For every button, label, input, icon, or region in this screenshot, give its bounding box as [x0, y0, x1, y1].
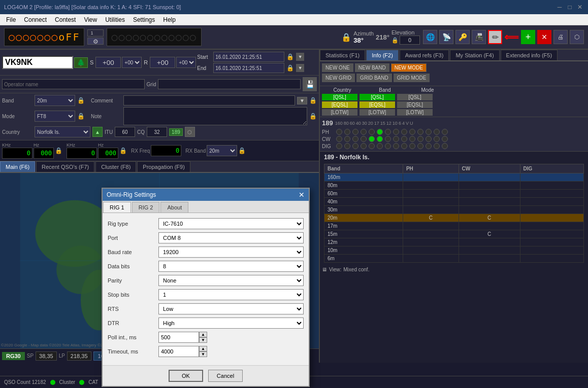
- callsign-input[interactable]: [2, 56, 73, 69]
- operator-input[interactable]: [2, 79, 145, 89]
- dialog-tab-rig2[interactable]: RIG 2: [132, 202, 160, 213]
- freq-khz2[interactable]: [67, 148, 97, 159]
- parity-label: Parity: [108, 277, 158, 284]
- band-select[interactable]: 20m: [35, 95, 75, 106]
- menu-help[interactable]: Help: [159, 15, 180, 24]
- antenna-icon-btn[interactable]: 📡: [439, 30, 453, 44]
- grid-mode-btn[interactable]: GRID MODE: [394, 74, 430, 82]
- s-spinbox[interactable]: [95, 57, 121, 68]
- grid-band-btn[interactable]: GRID BAND: [356, 74, 392, 82]
- menu-view[interactable]: View: [80, 15, 101, 24]
- plus-green-btn[interactable]: +: [521, 30, 535, 44]
- menu-connect[interactable]: Connect: [20, 15, 51, 24]
- rig-type-select[interactable]: IC-7610: [158, 218, 304, 229]
- table-row[interactable]: 160m: [324, 173, 584, 182]
- dialog-ok-btn[interactable]: OK: [169, 370, 203, 382]
- country-more-btn[interactable]: ⬡: [185, 127, 195, 137]
- freq-hz2[interactable]: [98, 148, 118, 159]
- s-dropdown[interactable]: +00: [122, 57, 142, 68]
- freq-hz1[interactable]: [34, 148, 54, 159]
- menu-contest[interactable]: Contest: [51, 15, 80, 24]
- maximize-button[interactable]: □: [566, 3, 574, 11]
- table-row[interactable]: 10m: [324, 246, 584, 255]
- start-datetime[interactable]: [213, 52, 284, 62]
- grid-input[interactable]: [158, 79, 301, 89]
- poll-int-up[interactable]: ▲: [199, 332, 207, 337]
- stop-bits-select[interactable]: 1: [158, 289, 304, 300]
- poll-int-input[interactable]: [158, 332, 199, 343]
- tab-award-refs[interactable]: Award refs (F3): [400, 50, 449, 60]
- tab-my-station[interactable]: My Station (F4): [450, 50, 499, 60]
- parity-select[interactable]: None: [158, 275, 304, 286]
- elevation-input[interactable]: [400, 36, 420, 45]
- table-row[interactable]: 17m: [324, 222, 584, 230]
- tab-extended-info[interactable]: Extended info (F5): [501, 50, 558, 60]
- mode-select[interactable]: FT8: [35, 111, 75, 122]
- key-icon-btn[interactable]: 🔑: [455, 30, 470, 44]
- table-row[interactable]: 30m: [324, 206, 584, 214]
- end-datetime[interactable]: [213, 63, 284, 73]
- new-mode-btn[interactable]: NEW MODE: [391, 63, 427, 72]
- note-textarea[interactable]: [123, 107, 307, 125]
- tab-recent-qsos[interactable]: Recent QSO's (F7): [36, 161, 94, 172]
- menu-settings[interactable]: Settings: [129, 15, 159, 24]
- r-dropdown[interactable]: +00: [176, 57, 196, 68]
- dialog-tab-about[interactable]: About: [160, 202, 188, 213]
- menu-utilities[interactable]: Utilities: [101, 15, 129, 24]
- table-row[interactable]: 12m: [324, 238, 584, 246]
- globe-icon-btn[interactable]: 🌐: [423, 30, 437, 44]
- dtr-select[interactable]: High: [158, 318, 304, 329]
- table-row[interactable]: 15m C: [324, 230, 584, 238]
- tab-cluster[interactable]: Cluster (F8): [95, 161, 136, 172]
- comment-dropdown-btn[interactable]: ▼: [297, 97, 307, 104]
- end-btn[interactable]: ▼: [296, 64, 304, 72]
- table-row[interactable]: 20m C C: [324, 214, 584, 222]
- freq-khz1[interactable]: [2, 148, 32, 159]
- table-row[interactable]: 60m: [324, 190, 584, 198]
- spinner-input[interactable]: [87, 29, 104, 37]
- new-band-btn[interactable]: NEW BAND: [355, 63, 389, 72]
- fax-icon-btn[interactable]: 📠: [472, 30, 486, 44]
- tab-main[interactable]: Main (F6): [0, 161, 35, 172]
- timeout-up[interactable]: ▲: [199, 346, 207, 351]
- print-btn[interactable]: 🖨: [553, 30, 568, 44]
- table-row[interactable]: 80m: [324, 182, 584, 190]
- baud-rate-select[interactable]: 19200: [158, 246, 304, 258]
- new-one-btn[interactable]: NEW ONE: [322, 63, 353, 72]
- pencil-icon-btn[interactable]: ✏: [488, 30, 502, 44]
- menu-file[interactable]: File: [2, 15, 20, 24]
- comment-label: Comment: [91, 98, 121, 103]
- timeout-down[interactable]: ▼: [199, 351, 207, 357]
- rx-freq-input[interactable]: [151, 145, 181, 156]
- rts-select[interactable]: Low: [158, 303, 304, 314]
- data-bits-select[interactable]: 8: [158, 261, 304, 272]
- dialog-cancel-btn[interactable]: Cancel: [208, 370, 243, 382]
- dialog-close-btn[interactable]: ✕: [299, 191, 305, 199]
- port-select[interactable]: COM 8: [158, 232, 304, 243]
- ph-dot-30: [369, 129, 375, 135]
- timeout-input[interactable]: [158, 346, 199, 357]
- tab-info[interactable]: Info (F2): [366, 50, 399, 60]
- rx-band-select[interactable]: 20m: [207, 145, 237, 156]
- minus-red-btn[interactable]: ×: [537, 30, 551, 44]
- cq-input[interactable]: [147, 127, 167, 137]
- country-flag-btn[interactable]: ▲: [92, 127, 103, 137]
- itu-input[interactable]: [115, 127, 135, 137]
- close-button[interactable]: ✕: [576, 3, 584, 11]
- tab-propagation[interactable]: Propagation (F9): [137, 161, 190, 172]
- comment-input[interactable]: [123, 95, 295, 105]
- country-select[interactable]: Norfolk Is.: [35, 126, 90, 137]
- side-icon-btn[interactable]: ⬡: [570, 30, 584, 44]
- start-btn[interactable]: ▼: [296, 53, 304, 61]
- poll-int-down[interactable]: ▼: [199, 337, 207, 343]
- tab-statistics[interactable]: Statistics (F1): [320, 50, 365, 60]
- table-row[interactable]: 40m: [324, 198, 584, 206]
- dialog-tab-rig1[interactable]: RIG 1: [103, 202, 131, 213]
- r-spinbox[interactable]: [150, 57, 175, 68]
- khz1-label: KHz: [2, 143, 32, 148]
- new-grid-btn[interactable]: NEW GRID: [322, 74, 355, 82]
- minimize-button[interactable]: ─: [556, 3, 564, 11]
- table-row[interactable]: 6m: [324, 255, 584, 263]
- settings-gear-btn[interactable]: ⚙: [87, 38, 104, 45]
- xmas-button[interactable]: 🌲: [74, 57, 88, 68]
